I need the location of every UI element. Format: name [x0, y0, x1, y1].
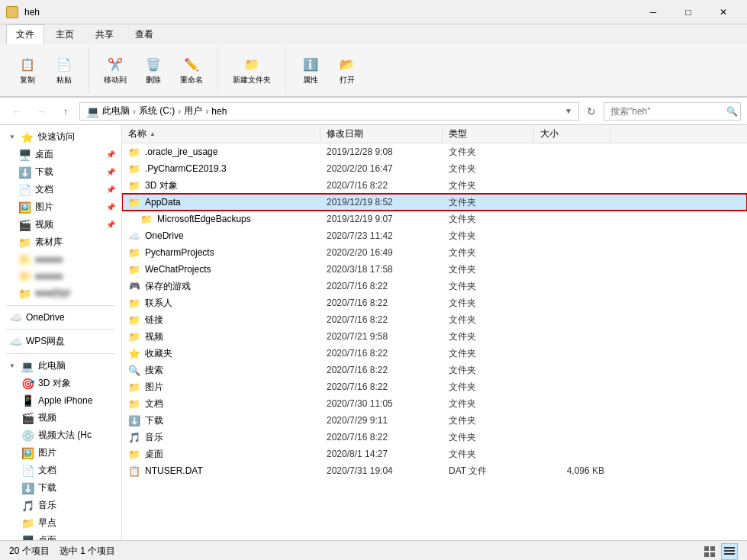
path-drive[interactable]: 系统 (C:) — [139, 105, 175, 117]
file-item-ntuser[interactable]: 📋 NTUSER.DAT 2020/7/31 19:04 DAT 文件 4,09… — [122, 462, 747, 479]
sidebar-item-desktop[interactable]: 🖥️ 桌面 📌 — [0, 146, 121, 163]
file-item-pycharmproj[interactable]: 📁 PycharmProjects 2020/2/20 16:49 文件夹 — [122, 244, 747, 261]
file-item-documents-folder[interactable]: 📁 文档 2020/7/30 11:05 文件夹 — [122, 395, 747, 412]
sidebar-item-materials[interactable]: 📁 素材库 — [0, 233, 121, 251]
file-item-edge[interactable]: 📁 MicrosoftEdgeBackups 2019/12/19 9:07 文… — [122, 211, 747, 227]
sort-arrow-name: ▲ — [150, 130, 156, 137]
sidebar-item-video-drive[interactable]: 🎬 视频 — [0, 409, 121, 426]
file-list: 📁 .oracle_jre_usage 2019/12/28 9:08 文件夹 … — [122, 143, 747, 540]
up-button[interactable]: ↑ — [55, 101, 76, 122]
file-item-links[interactable]: 📁 链接 2020/7/16 8:22 文件夹 — [122, 311, 747, 328]
sidebar-item-thispc[interactable]: ▼ 💻 此电脑 — [0, 357, 121, 375]
minimize-button[interactable]: ─ — [636, 0, 671, 24]
path-computer[interactable]: 此电脑 — [102, 105, 130, 117]
newfolder-icon: 📁 — [243, 55, 261, 73]
refresh-button[interactable]: ↻ — [582, 102, 600, 121]
file-item-search[interactable]: 🔍 搜索 2020/7/16 8:22 文件夹 — [122, 362, 747, 378]
sidebar-item-downloads[interactable]: ⬇️ 下载 📌 — [0, 163, 121, 181]
search-input[interactable] — [604, 102, 741, 121]
3d-icon: 🎯 — [21, 378, 34, 390]
maximize-button[interactable]: □ — [671, 0, 706, 24]
col-header-date[interactable]: 修改日期 — [320, 125, 443, 143]
sidebar-item-documents[interactable]: 📄 文档 📌 — [0, 181, 121, 198]
file-item-desktop-folder[interactable]: 📁 桌面 2020/8/1 14:27 文件夹 — [122, 446, 747, 462]
folder-icon-3d: 📁 — [128, 179, 140, 191]
sidebar-item-videos[interactable]: 🎬 视频 📌 — [0, 216, 121, 233]
view-grid-button[interactable] — [701, 543, 718, 560]
sidebar-item-videofa[interactable]: 💿 视频大法 (Hc — [0, 426, 121, 444]
ribbon-move-btn[interactable]: ✂️ 移动到 — [98, 51, 132, 89]
ribbon-delete-btn[interactable]: 🗑️ 删除 — [138, 51, 169, 89]
file-item-onedrive[interactable]: ☁️ OneDrive 2020/7/23 11:42 文件夹 — [122, 227, 747, 244]
col-header-type[interactable]: 类型 — [443, 125, 534, 143]
folder-icon-appdata: 📁 — [128, 196, 140, 208]
docs-icon: 📄 — [21, 465, 34, 477]
ribbon-rename-btn[interactable]: ✏️ 重命名 — [175, 51, 208, 89]
file-item-wechat[interactable]: 📁 WeChatProjects 2020/3/18 17:58 文件夹 — [122, 261, 747, 278]
sidebar-item-blurred1[interactable]: 📁 ●●●●● — [0, 251, 121, 268]
tab-file[interactable]: 文件 — [6, 24, 44, 44]
forward-button[interactable]: → — [31, 101, 52, 122]
file-item-contacts[interactable]: 📁 联系人 2020/7/16 8:22 文件夹 — [122, 294, 747, 311]
sidebar-item-ipl[interactable]: 📁 ●●●的ipl — [0, 285, 121, 302]
sidebar-item-wps[interactable]: ☁️ WPS网盘 — [0, 333, 121, 350]
file-item-downloads-folder[interactable]: ⬇️ 下载 2020/7/29 9:11 文件夹 — [122, 412, 747, 429]
folder-icon-desktop: 📁 — [128, 448, 140, 460]
folder-icon: 📁 — [18, 237, 31, 249]
sidebar-item-desktop2[interactable]: 🖥️ 桌面 — [0, 532, 121, 540]
file-item-favorites[interactable]: ⭐ 收藏夹 2020/7/16 8:22 文件夹 — [122, 345, 747, 362]
col-header-size[interactable]: 大小 — [534, 125, 610, 143]
file-item-pycharm[interactable]: 📁 .PyCharmCE2019.3 2020/2/20 16:47 文件夹 — [122, 160, 747, 177]
file-item-video-folder[interactable]: 📁 视频 2020/7/21 9:58 文件夹 — [122, 328, 747, 345]
ribbon-content: 📋 复制 📄 粘贴 ✂️ 移动到 🗑️ 删除 ✏️ 重命名 📁 — [0, 44, 747, 97]
ribbon-newfolder-btn[interactable]: 📁 新建文件夹 — [227, 51, 276, 89]
path-current[interactable]: heh — [211, 106, 227, 117]
back-button[interactable]: ← — [6, 101, 27, 122]
sidebar-item-dl[interactable]: ⬇️ 下载 — [0, 479, 121, 497]
file-item-3d[interactable]: 📁 3D 对象 2020/7/16 8:22 文件夹 — [122, 177, 747, 194]
sidebar-item-music[interactable]: 🎵 音乐 — [0, 497, 121, 514]
content-area: 名称 ▲ 修改日期 类型 大小 📁 .oracle_jre_usage 2019… — [122, 125, 747, 540]
svg-rect-0 — [704, 546, 709, 551]
sidebar-item-docs[interactable]: 📄 文档 — [0, 462, 121, 479]
ribbon-properties-btn[interactable]: ℹ️ 属性 — [295, 51, 326, 89]
ribbon-paste-btn[interactable]: 📄 粘贴 — [49, 51, 79, 89]
address-path[interactable]: 💻 此电脑 › 系统 (C:) › 用户 › heh ▼ — [79, 102, 579, 121]
wps-icon: ☁️ — [9, 336, 21, 348]
sidebar-item-pictures[interactable]: 🖼️ 图片 📌 — [0, 198, 121, 216]
sidebar-item-onedrive[interactable]: ☁️ OneDrive — [0, 309, 121, 326]
svg-rect-2 — [704, 552, 709, 557]
path-users[interactable]: 用户 — [184, 105, 202, 117]
ribbon-open-btn[interactable]: 📂 打开 — [332, 51, 362, 89]
computer-icon-side: 💻 — [21, 360, 34, 372]
video-drive-icon: 🎬 — [21, 412, 34, 424]
folder-icon-pictures: 📁 — [128, 381, 140, 393]
sidebar-item-desktop-pin[interactable]: ▼ ⭐ 快速访问 — [0, 128, 121, 146]
folder-icon-oracle: 📁 — [128, 146, 140, 158]
tab-home[interactable]: 主页 — [46, 24, 84, 44]
col-header-name[interactable]: 名称 ▲ — [122, 125, 320, 143]
title-bar: heh ─ □ ✕ — [0, 0, 747, 24]
sidebar-item-pics[interactable]: 🖼️ 图片 — [0, 444, 121, 462]
tab-view[interactable]: 查看 — [125, 24, 163, 44]
computer-icon: 💻 — [86, 105, 99, 117]
tab-share[interactable]: 共享 — [85, 24, 124, 44]
ribbon-copy-btn[interactable]: 📋 复制 — [12, 51, 43, 89]
file-item-pictures-folder[interactable]: 📁 图片 2020/7/16 8:22 文件夹 — [122, 378, 747, 395]
file-item-music-folder[interactable]: 🎵 音乐 2020/7/16 8:22 文件夹 — [122, 429, 747, 446]
sidebar-item-blurred2[interactable]: 📁 ●●●●● — [0, 268, 121, 285]
sidebar-item-zaodian[interactable]: 📁 早点 — [0, 514, 121, 532]
sidebar-divider2 — [6, 329, 115, 330]
window-title: heh — [24, 7, 40, 18]
close-button[interactable]: ✕ — [706, 0, 741, 24]
sidebar-item-3d[interactable]: 🎯 3D 对象 — [0, 375, 121, 392]
view-list-button[interactable] — [721, 543, 738, 560]
delete-icon: 🗑️ — [144, 55, 163, 73]
file-item-appdata[interactable]: 📁 AppData 2019/12/19 8:52 文件夹 — [122, 194, 747, 211]
search-icon[interactable]: 🔍 — [726, 106, 738, 117]
sidebar-item-iphone[interactable]: 📱 Apple iPhone — [0, 392, 121, 409]
file-item-savedgames[interactable]: 🎮 保存的游戏 2020/7/16 8:22 文件夹 — [122, 278, 747, 294]
file-item-oracle[interactable]: 📁 .oracle_jre_usage 2019/12/28 9:08 文件夹 — [122, 143, 747, 160]
properties-icon: ℹ️ — [301, 55, 320, 73]
svg-rect-4 — [724, 547, 735, 549]
